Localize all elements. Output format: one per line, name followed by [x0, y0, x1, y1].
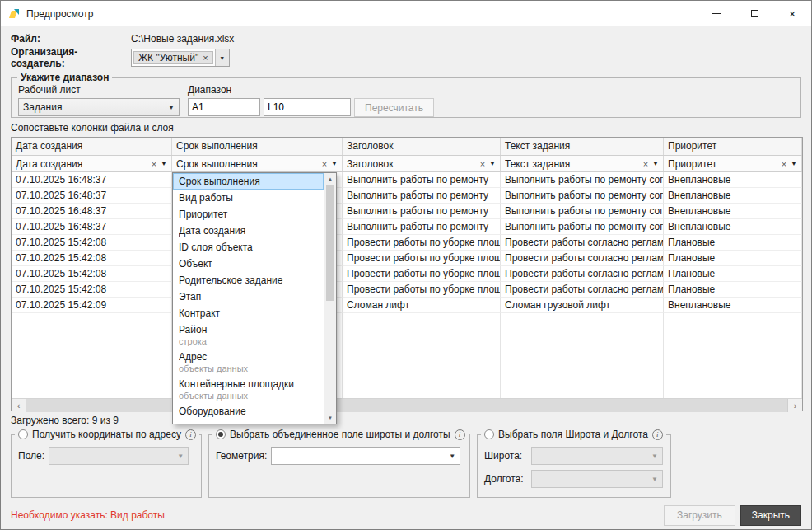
clear-icon[interactable]: ×: [782, 159, 786, 169]
scroll-down-icon[interactable]: ▼: [324, 412, 336, 424]
mapping-combo-value: Дата создания: [16, 158, 148, 170]
mapping-dropdown-list: Срок выполненияВид работыПриоритетДата с…: [173, 173, 324, 424]
chevron-down-icon[interactable]: ▼: [161, 160, 167, 167]
table-cell: Выполнить работы по ремонту сог.: [501, 219, 664, 235]
scroll-left-icon[interactable]: ‹: [12, 399, 26, 412]
chip-remove-icon[interactable]: ×: [203, 53, 208, 63]
clear-icon[interactable]: ×: [322, 159, 327, 169]
scrollbar-thumb[interactable]: [26, 399, 788, 412]
dropdown-item[interactable]: Районстрока: [173, 321, 324, 349]
dropdown-item[interactable]: Дата создания: [173, 223, 324, 239]
clear-icon[interactable]: ×: [643, 159, 648, 169]
recalculate-button[interactable]: Пересчитать: [354, 98, 434, 117]
table-cell: Провести работы согласно регламе: [501, 235, 664, 251]
dropdown-item[interactable]: Контракт: [173, 305, 324, 321]
close-button[interactable]: ×: [773, 1, 811, 26]
mapping-table: Дата создания Срок выполнения Заголовок …: [11, 137, 803, 411]
preview-dialog: Предпросмотр × Файл: C:\Новые задания.xl…: [0, 0, 812, 530]
minimize-button[interactable]: [698, 1, 735, 26]
radio-label: Выбрать поля Широта и Долгота: [498, 429, 648, 440]
geometry-select[interactable]: ▼: [271, 447, 460, 465]
load-button[interactable]: Загрузить: [664, 505, 735, 526]
loaded-count-status: Загружено всего: 9 из 9: [11, 415, 801, 426]
chevron-down-icon[interactable]: ▼: [215, 49, 229, 66]
dropdown-item[interactable]: Адресобъекты данных: [173, 349, 324, 376]
dropdown-item[interactable]: ID слоя объекта: [173, 239, 324, 256]
info-icon[interactable]: i: [185, 429, 196, 440]
info-icon[interactable]: i: [652, 429, 663, 440]
mapping-combo-value: Срок выполнения: [176, 158, 319, 170]
radio-coords-by-address[interactable]: [18, 429, 28, 439]
table-cell: 07.10.2025 15:42:08: [12, 251, 172, 266]
dropdown-item[interactable]: Приоритет: [173, 206, 324, 223]
longitude-select[interactable]: ▼: [531, 470, 663, 488]
table-row[interactable]: 07.10.2025 15:42:08Провести работы по уб…: [12, 282, 802, 298]
table-row[interactable]: 07.10.2025 15:42:08Провести работы по уб…: [12, 251, 802, 266]
coords-by-address-group: Получить координаты по адресу i Поле: ▼: [11, 429, 202, 498]
dropdown-item[interactable]: Объект: [173, 256, 324, 272]
dropdown-scrollbar[interactable]: ▲ ▼: [324, 173, 336, 424]
table-cell: Плановые: [664, 266, 802, 282]
table-cell: Сломан лифт: [343, 298, 501, 313]
chevron-down-icon: ▼: [168, 104, 175, 111]
mapping-combo-priority[interactable]: Приоритет × ▼: [664, 156, 802, 171]
chevron-down-icon[interactable]: ▼: [331, 160, 338, 167]
info-icon[interactable]: i: [455, 429, 465, 440]
table-row[interactable]: 07.10.2025 15:42:08Провести работы по уб…: [12, 266, 802, 282]
file-column-header: Заголовок: [343, 138, 501, 155]
table-row[interactable]: 07.10.2025 15:42:09Сломан лифтСломан гру…: [12, 298, 802, 313]
radio-separate-lat-lon[interactable]: [484, 429, 494, 439]
mapping-combo-title[interactable]: Заголовок × ▼: [343, 156, 501, 171]
range-from-input[interactable]: [188, 98, 260, 116]
worksheet-select[interactable]: Задания ▼: [18, 98, 180, 116]
worksheet-selected-value: Задания: [23, 101, 62, 113]
table-row[interactable]: 07.10.2025 16:48:37Выполнить работы по р…: [12, 219, 802, 235]
clear-icon[interactable]: ×: [480, 159, 485, 169]
org-chip: ЖК "Уютный" ×: [133, 51, 213, 64]
dropdown-item[interactable]: Вид работы: [173, 190, 324, 206]
dropdown-item[interactable]: Срок выполнения: [173, 173, 324, 190]
table-cell: Провести работы согласно регламе: [501, 266, 664, 282]
chevron-down-icon: ▼: [651, 476, 658, 483]
scroll-right-icon[interactable]: ›: [788, 399, 802, 412]
file-column-header: Дата создания: [12, 138, 172, 155]
table-cell: 07.10.2025 16:48:37: [12, 172, 172, 188]
table-cell: Внеплановые: [664, 188, 802, 204]
table-cell: Внеплановые: [664, 298, 802, 313]
chevron-down-icon[interactable]: ▼: [489, 160, 496, 167]
table-row[interactable]: 07.10.2025 16:48:37Выполнить работы по р…: [12, 188, 802, 204]
close-dialog-button[interactable]: Закрыть: [740, 505, 801, 526]
dropdown-item[interactable]: Родительское задание: [173, 272, 324, 288]
dropdown-item[interactable]: Контейнерные площадкиобъекты данных: [173, 376, 324, 403]
dropdown-item[interactable]: Оборудование: [173, 403, 324, 420]
mapping-combo-deadline[interactable]: Срок выполнения × ▼: [172, 156, 343, 171]
scroll-up-icon[interactable]: ▲: [324, 173, 336, 185]
table-empty-area: [12, 313, 802, 398]
table-row[interactable]: 07.10.2025 16:48:37Выполнить работы по р…: [12, 172, 802, 188]
org-combobox[interactable]: ЖК "Уютный" × ▼: [131, 49, 230, 67]
chevron-down-icon[interactable]: ▼: [791, 160, 797, 167]
app-icon: [7, 7, 21, 21]
table-cell: Плановые: [664, 235, 802, 251]
latitude-select[interactable]: ▼: [531, 447, 663, 465]
chevron-down-icon[interactable]: ▼: [652, 160, 659, 167]
table-row[interactable]: 07.10.2025 15:42:08Провести работы по уб…: [12, 235, 802, 251]
table-row[interactable]: 07.10.2025 16:48:37Выполнить работы по р…: [12, 204, 802, 219]
file-path-value: C:\Новые задания.xlsx: [131, 33, 234, 45]
range-to-input[interactable]: [264, 98, 351, 116]
mapping-combo-text[interactable]: Текст задания × ▼: [501, 156, 664, 171]
scrollbar-thumb[interactable]: [326, 185, 334, 301]
mapping-combo-value: Приоритет: [668, 158, 778, 170]
field-select[interactable]: ▼: [49, 447, 189, 465]
mapping-dropdown: Срок выполненияВид работыПриоритетДата с…: [172, 172, 337, 424]
org-chip-text: ЖК "Уютный": [138, 52, 198, 63]
clear-icon[interactable]: ×: [152, 159, 156, 169]
mapping-combo-date[interactable]: Дата создания × ▼: [12, 156, 172, 171]
maximize-button[interactable]: [735, 1, 773, 26]
dropdown-item[interactable]: Этап: [173, 288, 324, 305]
radio-combined-lat-lon[interactable]: [216, 429, 226, 439]
footer: Необходимо указать: Вид работы Загрузить…: [11, 504, 801, 526]
table-cell: Провести работы по уборке площа: [343, 282, 501, 298]
horizontal-scrollbar[interactable]: ‹ ›: [12, 398, 802, 412]
table-cell: Провести работы согласно регламе: [501, 282, 664, 298]
